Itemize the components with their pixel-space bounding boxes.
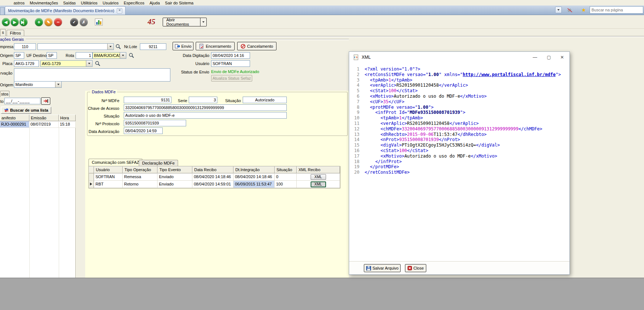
placa-combo[interactable]: AKG-1729: [40, 60, 93, 67]
menu-item-astros[interactable]: astros: [11, 1, 27, 5]
xml-button[interactable]: XML: [311, 181, 326, 187]
menu-item-espec-ficos[interactable]: Específicos: [121, 1, 147, 5]
xml-line-number: 14: [349, 137, 359, 143]
serie-field[interactable]: [189, 97, 217, 103]
chevron-down-icon: [202, 21, 205, 23]
clear-highlight-icon[interactable]: [567, 7, 573, 14]
plus-icon: +: [37, 19, 40, 25]
combo-dropdown-button[interactable]: [120, 53, 126, 58]
menu-item-utilit-rios[interactable]: Utilitários: [78, 1, 100, 5]
toolbar: ◀ ▶ ▶▏ + ✎ − ✓ ✗ 45 Abrir Documentos: [0, 15, 644, 29]
prev-icon: ◀: [4, 20, 7, 25]
close-dialog-button[interactable]: Close: [405, 264, 426, 272]
empresa-combo[interactable]: [37, 43, 114, 50]
abrir-documentos-button[interactable]: Abrir Documentos: [163, 18, 207, 26]
menu-item-ajuda[interactable]: Ajuda: [147, 1, 162, 5]
cancelamento-button[interactable]: Cancelamento: [237, 42, 276, 50]
xml-line-number: 3: [349, 78, 359, 83]
maximize-button[interactable]: ▢: [544, 54, 553, 61]
uf-origem-field[interactable]: [14, 52, 24, 59]
nav-prev-button[interactable]: ◀: [2, 18, 10, 26]
observacao-field[interactable]: [14, 68, 170, 82]
close-window-button[interactable]: ✕: [558, 54, 567, 61]
xml-viewer[interactable]: 1<?xml version="1.0"?>2<retConsSitMDFe v…: [349, 63, 569, 261]
add-record-button[interactable]: +: [35, 18, 43, 26]
add-to-list-button[interactable]: [41, 97, 50, 105]
nav-last-button[interactable]: ▶▏: [19, 18, 28, 26]
tab-dados-stub[interactable]: s: [0, 29, 6, 36]
tab-comunicacao-sefaz[interactable]: Comunicação com SEFAZ: [88, 159, 142, 166]
tab-filtros[interactable]: Filtros: [7, 30, 24, 36]
abrir-documentos-dropdown[interactable]: [200, 18, 206, 26]
combo-dropdown-button[interactable]: [86, 61, 92, 66]
xml-line: 6 <xMotivo>Autorizado o uso do MDF-e</xM…: [349, 94, 569, 99]
partial-tab[interactable]: [0, 7, 4, 15]
data-digitacao-field[interactable]: [211, 52, 250, 59]
atualiza-status-sefaz-button[interactable]: Atualiza Status Sefaz: [211, 75, 252, 82]
cancel-button[interactable]: ✗: [80, 18, 88, 26]
buscar-lista-button[interactable]: Buscar de uma lista: [1, 107, 51, 114]
manifesto-grid-column: Emissão: [29, 115, 59, 121]
rota-combo[interactable]: BMA/RJO/CAS: [93, 52, 126, 59]
sefaz-cell-usuario: SOFTRAN: [94, 173, 123, 181]
favorites-star-icon[interactable]: ★: [581, 7, 586, 13]
manifesto-grid-cell[interactable]: 15:18: [59, 121, 76, 128]
chart-button[interactable]: [95, 18, 103, 26]
xml-button[interactable]: XML: [311, 174, 326, 180]
xml-segment: <dhRecbto>: [365, 132, 407, 137]
tab-close-icon[interactable]: ✕: [117, 8, 122, 14]
xml-dialog-footer: Salvar Arquivo Close: [349, 261, 569, 274]
menu-item-sa-das[interactable]: Saídas: [61, 1, 78, 5]
manifesto-grid-cell[interactable]: 08/07/2019: [29, 121, 59, 128]
nr-mdfe-field[interactable]: [124, 97, 171, 103]
sefaz-row[interactable]: SOFTRANRemessaEnviado08/04/2020 14:18:46…: [89, 173, 340, 181]
xml-segment: <cStat>: [365, 88, 388, 93]
menu-item-sair-do-sistema[interactable]: Sair do Sistema: [162, 1, 196, 5]
manifesto-date-field[interactable]: [4, 98, 40, 104]
placa-field[interactable]: [14, 60, 39, 67]
pencil-icon: ✎: [47, 20, 50, 25]
manifesto-grid-row[interactable]: RJO-000029108/07/201915:18: [0, 121, 76, 128]
menu-item-usu-rios[interactable]: Usuários: [100, 1, 121, 5]
origem-tipo-combo[interactable]: Manifesto: [14, 81, 62, 88]
sefaz-cell-tipo-operacao: Retorno: [123, 181, 158, 188]
tab-impostos-stub[interactable]: stos: [0, 91, 10, 97]
empresa-search-icon[interactable]: [115, 44, 121, 50]
xml-segment: </tpAmb>: [402, 115, 423, 120]
confirm-button[interactable]: ✓: [70, 18, 78, 26]
edit-record-button[interactable]: ✎: [44, 18, 53, 26]
rota-search-icon[interactable]: [129, 53, 134, 58]
tab-movimentacao-mdfe[interactable]: Movimentação de MDFe (Manifesto Document…: [5, 6, 126, 15]
xml-segment: 2015-09-06: [407, 132, 434, 137]
xml-line-number: 19: [349, 164, 359, 170]
sefaz-row[interactable]: RBTRetornoEnviado08/04/2020 14:59:0106/0…: [89, 181, 340, 188]
minimize-button[interactable]: —: [531, 54, 539, 61]
manifesto-grid-cell[interactable]: RJO-0000291: [0, 121, 29, 128]
rota-num-field[interactable]: [76, 52, 93, 59]
xml-segment: </retConsSitMDFe>: [365, 170, 410, 175]
data-autorizacao-field: [124, 127, 163, 134]
save-icon: [366, 266, 371, 271]
menu-item-movimenta-es[interactable]: Movimentações: [27, 1, 61, 5]
xml-line-number: 16: [349, 148, 359, 154]
envio-button[interactable]: Envio: [173, 42, 193, 50]
tab-list-dropdown-button[interactable]: [555, 7, 562, 13]
encerramento-button[interactable]: Encerramento: [196, 42, 235, 50]
uf-destino-field[interactable]: [47, 52, 57, 59]
chave-acesso-field[interactable]: [124, 104, 287, 111]
combo-dropdown-button[interactable]: [107, 44, 113, 50]
search-input[interactable]: [590, 6, 643, 14]
xml-namespace-link[interactable]: http://www.portalfiscal.inf.br/mdfe: [463, 72, 556, 77]
sefaz-column-header: Dt.Integração: [234, 166, 275, 173]
sefaz-column-header: Situação: [275, 166, 297, 173]
nr-lote-field[interactable]: [140, 43, 166, 50]
placa-search-icon[interactable]: [95, 61, 101, 66]
empresa-field[interactable]: [14, 43, 36, 50]
salvar-arquivo-button[interactable]: Salvar Arquivo: [364, 264, 401, 272]
xml-dialog-titlebar[interactable]: XML — ▢ ✕: [349, 52, 569, 63]
nav-next-button[interactable]: ▶: [11, 18, 19, 26]
delete-record-button[interactable]: −: [54, 18, 62, 26]
tab-declaracao-mdfe[interactable]: Declaração MDFe: [139, 160, 178, 166]
usuario-field[interactable]: [211, 60, 250, 67]
combo-dropdown-button[interactable]: [55, 82, 61, 87]
